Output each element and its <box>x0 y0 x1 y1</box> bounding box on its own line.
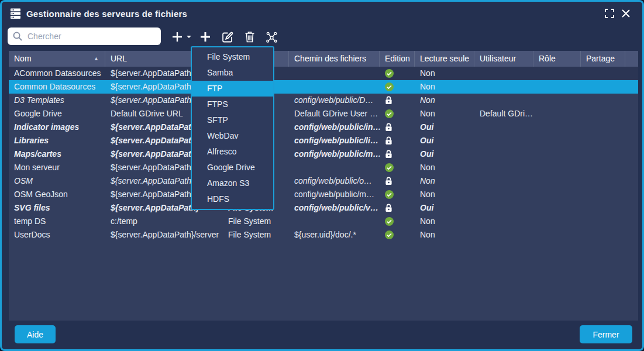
edition-allowed-icon <box>385 69 394 78</box>
menu-item-hdfs[interactable]: HDFS <box>192 191 273 207</box>
table-row[interactable]: Google DriveDefault GDrive URLDefault GD… <box>9 107 638 121</box>
cell-lecture: Oui <box>415 134 474 147</box>
menu-item-ftps[interactable]: FTPS <box>192 97 273 112</box>
cell-utilisateur <box>474 80 533 94</box>
new-server-button[interactable] <box>194 27 216 46</box>
search-icon <box>12 31 23 42</box>
test-connection-button[interactable] <box>260 27 283 46</box>
cell-nom: ACommon Datasources <box>9 67 105 80</box>
table-row[interactable]: ACommon Datasources${server.AppDataPathN… <box>9 67 638 80</box>
cell-chemin: config/web/public/in… <box>289 121 380 134</box>
cell-edition <box>380 161 415 174</box>
cell-role <box>533 228 581 242</box>
cell-partage <box>581 161 625 174</box>
cell-edition <box>380 80 415 94</box>
column-label: Lecture seule <box>420 51 469 67</box>
cell-lecture: Oui <box>415 147 474 161</box>
column-header-partage[interactable]: Partage <box>581 51 625 67</box>
server-stack-icon <box>10 8 22 19</box>
cell-partage <box>581 107 625 121</box>
cell-partage <box>581 174 625 188</box>
menu-item-webdav[interactable]: WebDav <box>192 128 273 144</box>
cell-chemin: config/web/public/v… <box>289 201 380 215</box>
cell-filler <box>625 121 638 134</box>
cell-chemin <box>289 161 380 174</box>
delete-server-button[interactable] <box>239 27 260 46</box>
column-label: Rôle <box>539 51 556 67</box>
column-label: Chemin des fichiers <box>294 51 366 67</box>
file-server-manager-dialog: Gestionnaire des serveurs de fichiers <box>0 0 644 351</box>
menu-item-amazon-s3[interactable]: Amazon S3 <box>192 176 273 191</box>
cell-edition <box>380 228 415 242</box>
close-button[interactable] <box>618 5 634 22</box>
table-row[interactable]: temp DSc:/tempFile SystemNon <box>9 215 638 228</box>
menu-item-alfresco[interactable]: Alfresco <box>192 144 273 160</box>
cell-lecture: Non <box>415 161 474 174</box>
add-icon <box>171 30 184 43</box>
maximize-button[interactable] <box>601 5 618 22</box>
table-row[interactable]: UserDocs${server.AppDataPath}/serverFile… <box>9 228 638 242</box>
cell-role <box>533 215 581 228</box>
search-input[interactable] <box>26 31 156 42</box>
close-dialog-button[interactable]: Fermer <box>580 325 632 343</box>
cell-role <box>533 174 581 188</box>
cell-utilisateur <box>474 121 533 134</box>
cell-partage <box>581 80 625 94</box>
window-title: Gestionnaire des serveurs de fichiers <box>26 9 187 19</box>
menu-item-file-system[interactable]: File System <box>192 49 273 65</box>
cell-chemin: config/web/public/o… <box>289 174 380 188</box>
table-row[interactable]: Maps/cartes${server.AppDataPathconfig/we… <box>9 147 638 161</box>
lock-icon <box>385 123 392 132</box>
menu-item-samba[interactable]: Samba <box>192 65 273 81</box>
column-header-r-le[interactable]: Rôle <box>533 51 581 67</box>
table-row[interactable]: SVG files${server.AppDataPath}File Syste… <box>9 201 638 215</box>
cell-lecture: Non <box>415 67 474 80</box>
table-row[interactable]: Indicator images${server.AppDataPathconf… <box>9 121 638 134</box>
add-server-type-caret[interactable] <box>186 27 194 46</box>
cell-lecture: Oui <box>415 121 474 134</box>
table-row[interactable]: Libraries${server.AppDataPathconfig/web/… <box>9 134 638 147</box>
table-row[interactable]: Mon serveur${server.AppDataPathNon <box>9 161 638 174</box>
column-header-chemin-des-fichiers[interactable]: Chemin des fichiers <box>289 51 380 67</box>
menu-item-ftp[interactable]: FTP <box>192 81 273 97</box>
edition-allowed-icon <box>385 190 394 199</box>
column-header-lecture-seule[interactable]: Lecture seule <box>415 51 474 67</box>
cell-role <box>533 161 581 174</box>
column-header-edition[interactable]: Edition <box>380 51 415 67</box>
cell-filler <box>625 94 638 107</box>
help-button[interactable]: Aide <box>15 325 56 343</box>
add-server-button[interactable] <box>166 27 188 46</box>
column-header-nom[interactable]: Nom▲ <box>9 51 105 67</box>
column-header-9[interactable] <box>625 51 638 67</box>
column-header-utilisateur[interactable]: Utilisateur <box>474 51 533 67</box>
server-table: Nom▲URLChemin des fichiersEditionLecture… <box>9 51 638 321</box>
table-row[interactable]: Common Datasources${server.AppDataPathNo… <box>9 80 638 94</box>
cell-chemin: config/web/public/li… <box>289 134 380 147</box>
cell-utilisateur <box>474 188 533 201</box>
cell-chemin <box>289 80 380 94</box>
server-type-menu: File SystemSambaFTPFTPSSFTPWebDavAlfresc… <box>191 46 274 210</box>
cell-partage <box>581 67 625 80</box>
table-row[interactable]: OSM${server.AppDataPathconfig/web/public… <box>9 174 638 188</box>
cell-utilisateur <box>474 174 533 188</box>
cell-url: ${server.AppDataPath}/server <box>105 228 223 242</box>
cell-partage <box>581 201 625 215</box>
cell-lecture: Non <box>415 188 474 201</box>
cell-filler <box>625 80 638 94</box>
cell-utilisateur <box>474 201 533 215</box>
cell-utilisateur <box>474 228 533 242</box>
cell-role <box>533 134 581 147</box>
lock-icon <box>385 204 392 212</box>
cell-type: File System <box>223 228 289 242</box>
menu-item-google-drive[interactable]: Google Drive <box>192 160 273 176</box>
table-row[interactable]: D3 Templates${server.AppDataPathconfig/w… <box>9 94 638 107</box>
cell-role <box>533 121 581 134</box>
cell-chemin: config/web/public/D… <box>289 94 380 107</box>
table-row[interactable]: OSM GeoJson${server.AppDataPathconfig/we… <box>9 188 638 201</box>
edit-server-button[interactable] <box>216 27 239 46</box>
cell-edition <box>380 134 415 147</box>
menu-item-sftp[interactable]: SFTP <box>192 112 273 128</box>
cell-utilisateur <box>474 94 533 107</box>
cell-filler <box>625 215 638 228</box>
column-label: Partage <box>586 51 615 67</box>
